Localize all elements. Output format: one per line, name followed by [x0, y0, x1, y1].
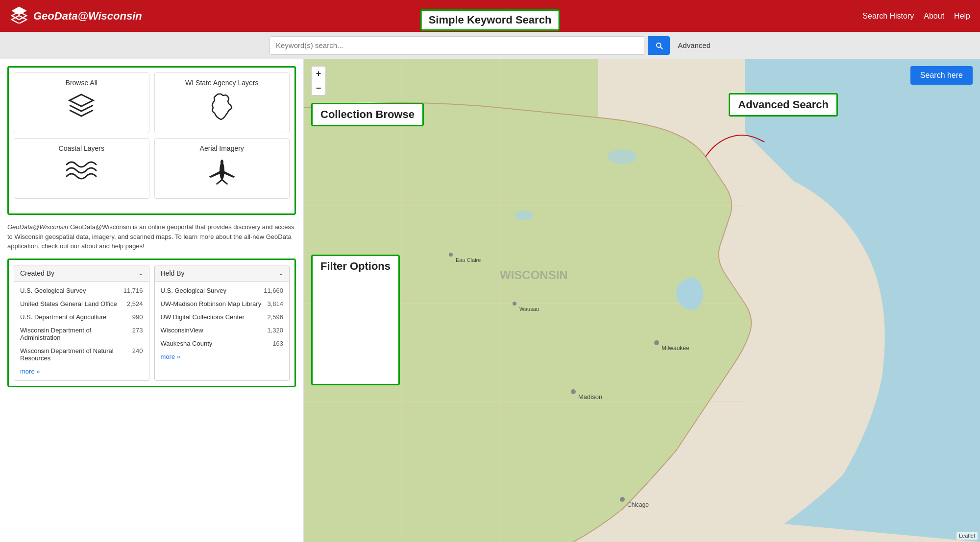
- header: GeoData@Wisconsin Search History About H…: [0, 0, 980, 32]
- coastal-card[interactable]: Coastal Layers: [14, 138, 149, 199]
- held-by-header[interactable]: Held By ⌄: [155, 265, 290, 282]
- svg-text:Wausau: Wausau: [519, 306, 539, 312]
- list-item[interactable]: Wisconsin Department of Administration 2…: [14, 324, 149, 344]
- svg-point-17: [449, 253, 453, 257]
- zoom-in-button[interactable]: +: [311, 66, 326, 81]
- svg-point-18: [620, 497, 625, 502]
- svg-marker-0: [12, 7, 26, 15]
- browse-all-title: Browse All: [22, 79, 142, 87]
- svg-marker-3: [70, 94, 93, 106]
- held-by-label: Held By: [161, 269, 185, 277]
- created-by-header[interactable]: Created By ⌄: [14, 265, 149, 282]
- search-submit-button[interactable]: [648, 36, 670, 55]
- svg-text:Eau Claire: Eau Claire: [456, 257, 481, 263]
- filter-section: Created By ⌄ U.S. Geological Survey 11,7…: [7, 259, 296, 387]
- map-canvas[interactable]: Madison Milwaukee Wausau Eau Claire Chic…: [304, 59, 980, 542]
- list-item[interactable]: Waukesha County 163: [155, 337, 290, 350]
- description-text: GeoData@Wisconsin GeoData@Wisconsin is a…: [7, 222, 296, 251]
- list-item[interactable]: U.S. Geological Survey 11,660: [155, 284, 290, 297]
- layers-logo-icon: [10, 5, 28, 27]
- description-italic: GeoData@Wisconsin: [7, 223, 68, 231]
- leaflet-attribution: Leaflet: [956, 532, 978, 540]
- created-by-more[interactable]: more »: [14, 365, 149, 378]
- search-history-link[interactable]: Search History: [862, 12, 914, 21]
- svg-text:Milwaukee: Milwaukee: [662, 345, 689, 352]
- held-by-chevron: ⌄: [278, 270, 283, 277]
- held-by-panel: Held By ⌄ U.S. Geological Survey 11,660 …: [154, 265, 290, 381]
- held-by-more[interactable]: more »: [155, 350, 290, 363]
- list-item[interactable]: United States General Land Office 2,524: [14, 297, 149, 310]
- search-bar: Simple Keyword Search Advanced: [0, 32, 980, 59]
- coastal-icon: [22, 157, 142, 188]
- map-zoom-controls: + −: [311, 66, 326, 95]
- map-area[interactable]: Madison Milwaukee Wausau Eau Claire Chic…: [304, 59, 980, 542]
- filter-panels: Created By ⌄ U.S. Geological Survey 11,7…: [14, 265, 290, 381]
- created-by-label: Created By: [20, 269, 54, 277]
- list-item[interactable]: U.S. Department of Agriculture 990: [14, 310, 149, 324]
- svg-point-14: [571, 389, 576, 394]
- wi-state-icon: [162, 92, 282, 127]
- wi-state-card[interactable]: WI State Agency Layers: [154, 72, 290, 133]
- aerial-title: Aerial Imagery: [162, 144, 282, 152]
- wi-state-title: WI State Agency Layers: [162, 79, 282, 87]
- header-nav: Search History About Help: [862, 12, 970, 21]
- svg-text:Madison: Madison: [578, 393, 602, 401]
- list-item[interactable]: Wisconsin Department of Natural Resource…: [14, 344, 149, 365]
- browse-section: Browse All WI State Agency Layers: [7, 66, 296, 215]
- site-logo-text[interactable]: GeoData@Wisconsin: [33, 10, 142, 23]
- svg-point-15: [654, 340, 659, 345]
- browse-all-icon: [22, 92, 142, 124]
- list-item[interactable]: WisconsinView 1,320: [155, 324, 290, 337]
- search-input-wrapper: Simple Keyword Search Advanced: [270, 36, 710, 55]
- svg-point-13: [514, 211, 534, 220]
- list-item[interactable]: UW Digital Collections Center 2,596: [155, 310, 290, 324]
- svg-point-5: [220, 160, 223, 165]
- left-panel: Browse All WI State Agency Layers: [0, 59, 304, 542]
- about-link[interactable]: About: [924, 12, 944, 21]
- coastal-title: Coastal Layers: [22, 144, 142, 152]
- logo-area: GeoData@Wisconsin: [10, 5, 142, 27]
- created-by-body: U.S. Geological Survey 11,716 United Sta…: [14, 282, 149, 380]
- created-by-panel: Created By ⌄ U.S. Geological Survey 11,7…: [14, 265, 149, 381]
- svg-point-16: [513, 302, 516, 306]
- list-item[interactable]: U.S. Geological Survey 11,716: [14, 284, 149, 297]
- help-link[interactable]: Help: [954, 12, 970, 21]
- list-item[interactable]: UW-Madison Robinson Map Library 3,814: [155, 297, 290, 310]
- held-by-body: U.S. Geological Survey 11,660 UW-Madison…: [155, 282, 290, 366]
- advanced-search-link[interactable]: Advanced: [678, 41, 710, 49]
- svg-text:Chicago: Chicago: [627, 501, 649, 508]
- browse-grid: Browse All WI State Agency Layers: [14, 72, 290, 199]
- keyword-search-input[interactable]: [270, 36, 644, 55]
- map-svg: Madison Milwaukee Wausau Eau Claire Chic…: [304, 59, 980, 542]
- browse-all-card[interactable]: Browse All: [14, 72, 149, 133]
- aerial-card[interactable]: Aerial Imagery: [154, 138, 290, 199]
- zoom-out-button[interactable]: −: [311, 81, 326, 95]
- created-by-chevron: ⌄: [138, 270, 143, 277]
- svg-text:WISCONSIN: WISCONSIN: [500, 268, 568, 282]
- main-content: Browse All WI State Agency Layers: [0, 59, 980, 542]
- svg-point-12: [608, 149, 637, 164]
- search-here-button[interactable]: Search here: [910, 66, 973, 85]
- aerial-icon: [162, 157, 282, 192]
